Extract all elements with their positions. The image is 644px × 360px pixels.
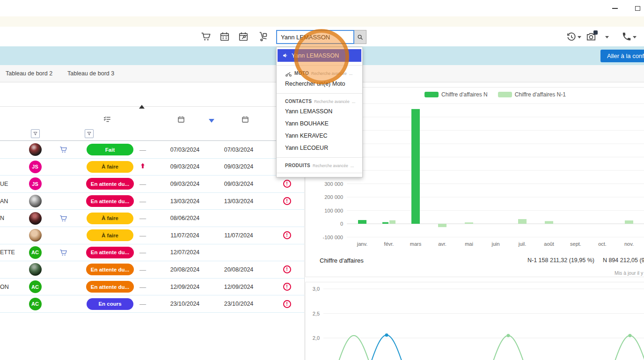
table-row[interactable]: ETTEACEn attente du...—12/07/2024 bbox=[0, 244, 305, 262]
order-cart-icon[interactable] bbox=[59, 146, 67, 154]
tab-tableau-de-bord-3[interactable]: Tableau de bord 3 bbox=[66, 68, 115, 79]
avatar bbox=[29, 263, 42, 276]
spacer-cell bbox=[255, 141, 269, 158]
order-cart-icon[interactable] bbox=[59, 214, 67, 222]
svg-text:0: 0 bbox=[340, 221, 343, 227]
avatar-cell bbox=[26, 227, 44, 244]
status-badge[interactable]: À faire bbox=[87, 229, 133, 241]
workshop-calendar-icon[interactable] bbox=[238, 31, 249, 42]
table-row[interactable]: Fait—07/03/202407/03/2024 bbox=[0, 141, 305, 159]
tab-tableau-de-bord-2[interactable]: Tableau de bord 2 bbox=[5, 68, 53, 79]
status-badge[interactable]: En attente du... bbox=[86, 178, 134, 190]
order-cart-icon[interactable] bbox=[59, 249, 67, 257]
chart-totals: N-1 158 211,32 (19,95 %) N 894 212,05 (9… bbox=[527, 257, 644, 264]
phone-dropdown-caret[interactable] bbox=[633, 36, 637, 38]
row-name-fragment bbox=[0, 227, 26, 244]
table-row[interactable]: À faire—11/07/202411/07/2024! bbox=[0, 227, 305, 244]
phone-icon[interactable] bbox=[622, 31, 632, 42]
alert-icon: ! bbox=[283, 180, 291, 188]
status-badge[interactable]: À faire bbox=[87, 161, 133, 173]
status-badge[interactable]: Fait bbox=[87, 144, 133, 155]
advanced-search-link[interactable]: Recherche avancée bbox=[311, 71, 347, 76]
dash-icon: — bbox=[139, 266, 146, 273]
svg-text:2,0: 2,0 bbox=[313, 335, 320, 341]
marker-cell: — bbox=[138, 279, 147, 295]
table-row[interactable]: ACEn cours—23/10/202423/10/2024! bbox=[0, 295, 305, 313]
alert-cell bbox=[269, 210, 305, 227]
status-badge[interactable]: En attente du... bbox=[86, 247, 134, 258]
table-row[interactable]: NÀ faire—08/06/2024 bbox=[0, 210, 305, 227]
advanced-search-link[interactable]: Recherche avancée bbox=[313, 163, 348, 168]
suggestion-item[interactable]: Yann KERAVEC bbox=[277, 130, 362, 142]
svg-text:févr.: févr. bbox=[384, 241, 394, 247]
camera-dropdown-caret[interactable] bbox=[605, 36, 609, 38]
search-suggestions-dropdown: Yann LEMASSON MOTORecherche avancée...Re… bbox=[276, 47, 363, 177]
table-row[interactable]: ONACEn attente du...—12/09/202412/09/202… bbox=[0, 279, 305, 296]
legend-label: Chiffre d'affaires N-1 bbox=[515, 91, 566, 98]
table-row[interactable]: En attente du...—20/08/202420/08/2024! bbox=[0, 261, 305, 279]
status-badge[interactable]: À faire bbox=[87, 213, 133, 224]
cart-cell bbox=[44, 176, 82, 192]
cart-cell bbox=[44, 159, 82, 176]
end-date-cell: 20/08/2024 bbox=[222, 261, 255, 278]
more-link[interactable]: ... bbox=[349, 71, 353, 76]
advanced-search-link[interactable]: Recherche avancée bbox=[314, 99, 350, 104]
dash-icon: — bbox=[139, 214, 146, 222]
dash-icon: — bbox=[139, 300, 146, 308]
handtruck-icon[interactable] bbox=[258, 31, 269, 42]
suggestion-selected[interactable]: Yann LEMASSON bbox=[278, 49, 361, 62]
dash-icon: — bbox=[139, 283, 146, 291]
avatar-cell bbox=[26, 210, 44, 227]
cart-cell bbox=[44, 193, 82, 210]
config-button[interactable]: Aller à la config bbox=[600, 50, 644, 62]
history-dropdown-caret[interactable] bbox=[578, 36, 581, 38]
end-date-column-icon[interactable] bbox=[242, 116, 249, 123]
search-input[interactable] bbox=[276, 30, 354, 44]
status-cell: À faire bbox=[82, 227, 138, 244]
sort-descending-icon[interactable] bbox=[209, 119, 214, 123]
more-link[interactable]: ... bbox=[351, 163, 354, 168]
table-row[interactable]: ANEn attente du...—13/03/202413/03/2024! bbox=[0, 193, 305, 210]
history-icon[interactable] bbox=[566, 32, 577, 42]
status-badge[interactable]: En attente du... bbox=[86, 195, 134, 207]
svg-text:-100 000: -100 000 bbox=[323, 235, 343, 240]
suggestion-item[interactable]: Yann LECOEUR bbox=[277, 142, 362, 154]
calendar-icon[interactable] bbox=[220, 31, 230, 42]
filter-funnel-avatar[interactable] bbox=[31, 129, 40, 138]
row-name-fragment: ON bbox=[0, 279, 26, 295]
status-badge[interactable]: En cours bbox=[87, 298, 133, 310]
alert-cell: ! bbox=[269, 261, 305, 278]
alert-cell: ! bbox=[269, 176, 305, 192]
avatar-cell: JS bbox=[26, 159, 44, 176]
end-date-cell: 07/03/2024 bbox=[222, 141, 255, 158]
maximize-button[interactable] bbox=[631, 4, 644, 13]
svg-text:oct.: oct. bbox=[598, 241, 607, 247]
avatar: AC bbox=[29, 298, 42, 310]
table-row[interactable]: UEJSEn attente du...—09/03/202409/03/202… bbox=[0, 176, 305, 193]
start-date-cell: 13/03/2024 bbox=[147, 193, 222, 210]
suggestion-item[interactable]: Yann BOUHAKE bbox=[277, 118, 362, 130]
start-date-column-icon[interactable] bbox=[177, 116, 185, 123]
avatar-cell: AC bbox=[26, 279, 44, 295]
search-button[interactable] bbox=[354, 30, 366, 44]
filter-funnel-status[interactable] bbox=[85, 129, 94, 138]
alert-icon: ! bbox=[283, 197, 291, 205]
chart-title: Chiffre d'affaires bbox=[320, 257, 364, 264]
row-name-fragment bbox=[0, 141, 26, 158]
status-cell: En cours bbox=[82, 295, 138, 312]
start-date-cell: 08/06/2024 bbox=[147, 210, 222, 227]
cart-cell bbox=[44, 261, 82, 278]
start-date-cell: 09/03/2024 bbox=[147, 159, 222, 176]
suggestion-item[interactable]: Rechercher un(e) Moto bbox=[277, 78, 362, 90]
svg-text:mai: mai bbox=[465, 241, 473, 247]
status-badge[interactable]: En attente du... bbox=[86, 281, 134, 293]
more-link[interactable]: ... bbox=[352, 99, 356, 104]
status-badge[interactable]: En attente du... bbox=[86, 264, 134, 275]
task-list-column-icon[interactable] bbox=[103, 115, 111, 124]
avatar-cell bbox=[26, 141, 44, 158]
table-row[interactable]: JSÀ faire09/03/202409/03/2024 bbox=[0, 159, 305, 176]
dash-icon: — bbox=[139, 146, 146, 154]
cart-icon[interactable] bbox=[201, 31, 211, 42]
suggestion-item[interactable]: Yann LEMASSON bbox=[277, 105, 362, 118]
minimize-button[interactable] bbox=[608, 4, 622, 13]
